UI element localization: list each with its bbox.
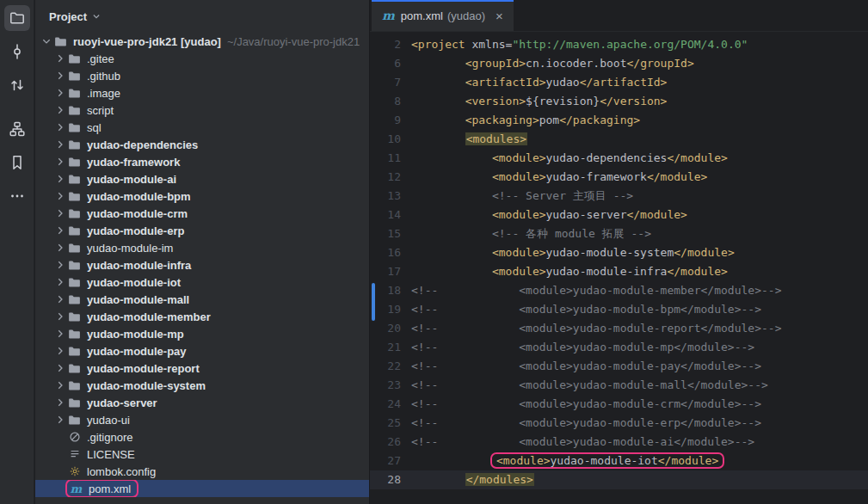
tree-item-script[interactable]: script — [35, 101, 369, 119]
line-number[interactable]: 28 — [370, 470, 401, 489]
line-number[interactable]: 13 — [370, 187, 401, 206]
line-number[interactable]: 15 — [370, 224, 401, 243]
tree-item-gitignore[interactable]: .gitignore — [35, 428, 369, 446]
vcs-change-marker[interactable] — [372, 283, 375, 321]
line-number[interactable]: 24 — [370, 395, 401, 414]
tree-item-ruoyi-vue-pro-jdk21-yudao[interactable]: ruoyi-vue-pro-jdk21 [yudao]~/Java/ruoyi-… — [35, 33, 369, 50]
code-line-22[interactable]: 22<!-- <module>yudao-module-pay</module>… — [370, 357, 868, 376]
code-line-28[interactable]: 28 </modules> — [370, 470, 868, 489]
code-line-20[interactable]: 20<!-- <module>yudao-module-report</modu… — [370, 319, 868, 338]
tree-item-yudao-module-member[interactable]: yudao-module-member — [35, 308, 369, 325]
tree-item-yudao-module-pay[interactable]: yudao-module-pay — [35, 342, 369, 360]
structure-icon[interactable] — [4, 116, 30, 142]
line-number[interactable]: 2 — [370, 35, 401, 54]
chevron-right-icon[interactable] — [53, 378, 67, 392]
line-number[interactable]: 26 — [370, 433, 401, 452]
code-line-11[interactable]: 11 <module>yudao-dependencies</module> — [370, 149, 868, 168]
chevron-right-icon[interactable] — [53, 292, 67, 306]
chevron-right-icon[interactable] — [53, 258, 67, 272]
code-line-17[interactable]: 17 <module>yudao-module-infra</module> — [370, 262, 868, 281]
tree-item-yudao-dependencies[interactable]: yudao-dependencies — [35, 136, 369, 153]
tree-item-yudao-module-erp[interactable]: yudao-module-erp — [35, 222, 369, 239]
chevron-right-icon[interactable] — [53, 172, 67, 186]
code-line-23[interactable]: 23<!-- <module>yudao-module-mall</module… — [370, 376, 868, 395]
tree-item-pom-xml[interactable]: mpom.xml — [35, 480, 369, 497]
code-line-19[interactable]: 19<!-- <module>yudao-module-bpm</module>… — [370, 300, 868, 319]
line-number[interactable]: 11 — [370, 149, 401, 168]
code-line-9[interactable]: 9 <packaging>pom</packaging> — [370, 111, 868, 130]
tree-item-yudao-module-mp[interactable]: yudao-module-mp — [35, 325, 369, 342]
code-line-6[interactable]: 6 <groupId>cn.iocoder.boot</groupId> — [370, 54, 868, 73]
chevron-right-icon[interactable] — [53, 86, 67, 100]
code-line-21[interactable]: 21<!-- <module>yudao-module-mp</module>-… — [370, 338, 868, 357]
tree-item-yudao-module-ai[interactable]: yudao-module-ai — [35, 170, 369, 187]
tree-item-image[interactable]: .image — [35, 84, 369, 101]
chevron-right-icon[interactable] — [53, 206, 67, 220]
code-line-10[interactable]: 10 <modules> — [370, 130, 868, 149]
chevron-right-icon[interactable] — [53, 138, 67, 151]
more-icon[interactable] — [4, 183, 30, 209]
code-line-2[interactable]: 2<project xmlns="http://maven.apache.org… — [370, 35, 868, 54]
bookmarks-icon[interactable] — [4, 150, 30, 175]
chevron-right-icon[interactable] — [53, 69, 67, 83]
chevron-right-icon[interactable] — [53, 310, 67, 323]
chevron-down-icon[interactable] — [40, 34, 53, 48]
close-tab-icon[interactable]: × — [496, 9, 503, 23]
chevron-right-icon[interactable] — [53, 155, 67, 169]
tree-item-yudao-module-infra[interactable]: yudao-module-infra — [35, 256, 369, 274]
tree-item-yudao-framework[interactable]: yudao-framework — [35, 153, 369, 170]
chevron-right-icon[interactable] — [53, 120, 67, 134]
chevron-right-icon[interactable] — [53, 344, 67, 358]
tree-item-yudao-ui[interactable]: yudao-ui — [35, 411, 369, 428]
chevron-right-icon[interactable] — [53, 275, 67, 289]
line-number[interactable]: 10 — [370, 130, 401, 149]
chevron-right-icon[interactable] — [53, 241, 67, 255]
line-number[interactable]: 9 — [370, 111, 401, 130]
code-line-15[interactable]: 15 <!-- 各种 module 拓展 --> — [370, 224, 868, 243]
line-number[interactable]: 21 — [370, 338, 401, 357]
chevron-right-icon[interactable] — [53, 224, 67, 237]
code-line-26[interactable]: 26<!-- <module>yudao-module-ai</module>-… — [370, 433, 868, 452]
chevron-right-icon[interactable] — [53, 361, 67, 375]
tree-item-license[interactable]: LICENSE — [35, 446, 369, 463]
chevron-right-icon[interactable] — [53, 52, 67, 65]
tree-item-yudao-module-crm[interactable]: yudao-module-crm — [35, 205, 369, 222]
line-number[interactable]: 17 — [370, 262, 401, 281]
code-line-12[interactable]: 12 <module>yudao-framework</module> — [370, 168, 868, 187]
editor-tab-pom-xml[interactable]: m pom.xml (yudao) × — [372, 0, 514, 31]
tree-item-sql[interactable]: sql — [35, 119, 369, 136]
code-line-13[interactable]: 13 <!-- Server 主项目 --> — [370, 187, 868, 206]
code-line-18[interactable]: 18<!-- <module>yudao-module-member</modu… — [370, 281, 868, 300]
tree-item-yudao-module-im[interactable]: yudao-module-im — [35, 239, 369, 256]
commit-icon[interactable] — [4, 39, 30, 65]
code-line-14[interactable]: 14 <module>yudao-server</module> — [370, 206, 868, 224]
project-icon[interactable] — [4, 5, 30, 31]
line-number[interactable]: 8 — [370, 92, 401, 111]
chevron-right-icon[interactable] — [53, 189, 67, 203]
line-number[interactable]: 14 — [370, 206, 401, 224]
line-number[interactable]: 22 — [370, 357, 401, 376]
tree-item-yudao-module-bpm[interactable]: yudao-module-bpm — [35, 187, 369, 205]
project-panel-header[interactable]: Project — [35, 0, 369, 33]
tree-item-yudao-server[interactable]: yudao-server — [35, 394, 369, 411]
code-line-25[interactable]: 25<!-- <module>yudao-module-erp</module>… — [370, 414, 868, 433]
code-line-27[interactable]: 27 <module>yudao-module-iot</module> — [370, 452, 868, 470]
line-number[interactable]: 6 — [370, 54, 401, 73]
line-number[interactable]: 12 — [370, 168, 401, 187]
line-number[interactable]: 25 — [370, 414, 401, 433]
tree-item-gitee[interactable]: .gitee — [35, 50, 369, 67]
line-number[interactable]: 16 — [370, 243, 401, 262]
chevron-right-icon[interactable] — [53, 396, 67, 409]
tree-item-yudao-module-system[interactable]: yudao-module-system — [35, 377, 369, 394]
code-line-24[interactable]: 24<!-- <module>yudao-module-crm</module>… — [370, 395, 868, 414]
line-number[interactable]: 27 — [370, 452, 401, 470]
chevron-right-icon[interactable] — [53, 327, 67, 341]
tree-item-yudao-module-iot[interactable]: yudao-module-iot — [35, 274, 369, 291]
tree-item-yudao-module-report[interactable]: yudao-module-report — [35, 360, 369, 377]
line-number[interactable]: 7 — [370, 73, 401, 92]
tree-item-lombok-config[interactable]: lombok.config — [35, 463, 369, 480]
tree-item-yudao-module-mall[interactable]: yudao-module-mall — [35, 291, 369, 308]
pull-requests-icon[interactable] — [4, 72, 30, 98]
chevron-right-icon[interactable] — [53, 103, 67, 117]
chevron-right-icon[interactable] — [53, 413, 67, 427]
